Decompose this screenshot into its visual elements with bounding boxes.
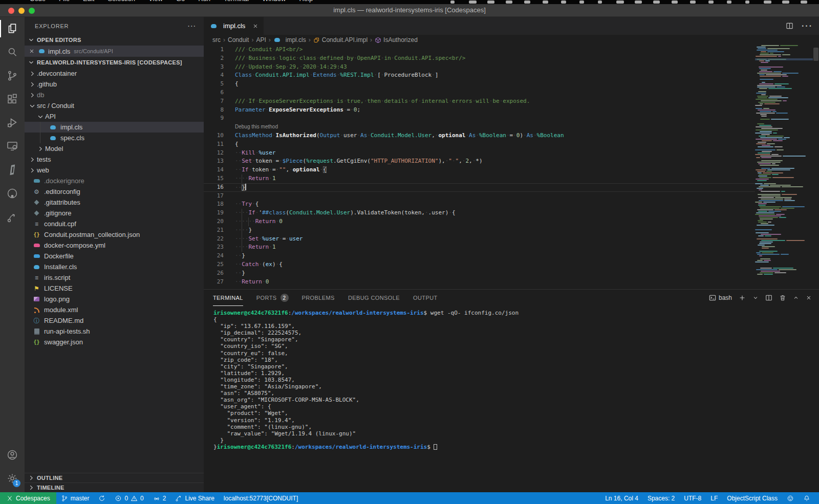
activity-source-control[interactable] <box>0 64 25 87</box>
status-branch[interactable]: master <box>56 492 94 504</box>
status-notifications[interactable] <box>799 492 815 504</box>
tree-item--dockerignore[interactable]: .dockerignore <box>25 176 204 186</box>
tree-item--gitattributes[interactable]: .gitattributes <box>25 197 204 208</box>
tree-item-conduit-postman-collection-json[interactable]: {}Conduit.postman_collection.json <box>25 229 204 240</box>
editor-more-actions-icon[interactable]: ··· <box>802 21 813 31</box>
status-ports[interactable]: 2 <box>148 492 171 504</box>
open-editor-item[interactable]: impl.cls src/Conduit/API <box>25 46 204 57</box>
status-sync[interactable] <box>94 492 110 504</box>
split-editor-icon[interactable] <box>786 22 793 30</box>
tree-item-src-conduit[interactable]: src / Conduit <box>25 100 204 111</box>
breadcrumb-isauthorized[interactable]: IsAuthorized <box>375 36 418 43</box>
panel-tab-terminal[interactable]: TERMINAL <box>213 290 243 306</box>
open-editors-section-header[interactable]: OPEN EDITORS <box>25 34 204 46</box>
menu-item-file[interactable]: File <box>59 0 70 4</box>
minimap[interactable] <box>755 45 813 289</box>
panel-tab-output[interactable]: OUTPUT <box>413 290 438 306</box>
minimap-line <box>755 246 813 247</box>
status-problems[interactable]: 00 <box>110 492 148 504</box>
code-editor[interactable]: 1///·Conduit·API<br/>2///·Business·logic… <box>204 45 819 289</box>
activity-run-and-debug[interactable] <box>0 111 25 135</box>
minimap-line <box>755 228 813 229</box>
menu-item-window[interactable]: Window <box>262 0 286 4</box>
menu-item-code[interactable]: Code <box>30 0 46 4</box>
tree-item-model[interactable]: Model <box>25 143 204 154</box>
activity-settings[interactable]: 1 <box>0 467 25 490</box>
status-host[interactable]: localhost:52773[CONDUIT] <box>219 492 303 504</box>
new-terminal-icon[interactable] <box>739 294 746 301</box>
activity-live-share[interactable] <box>0 205 25 229</box>
tree-item-docker-compose-yml[interactable]: docker-compose.yml <box>25 240 204 251</box>
breadcrumb-impl-cls[interactable]: impl.cls <box>273 36 306 43</box>
kill-terminal-icon[interactable] <box>779 294 786 301</box>
tree-item--gitignore[interactable]: .gitignore <box>25 208 204 218</box>
breadcrumb-api[interactable]: API <box>256 36 266 43</box>
activity-explorer[interactable] <box>0 17 25 40</box>
shell-selector[interactable]: bash <box>709 294 732 301</box>
activity-github[interactable] <box>0 182 25 205</box>
activity-intersystems[interactable] <box>0 158 25 182</box>
menu-item-view[interactable]: View <box>148 0 163 4</box>
close-tab-icon[interactable] <box>252 23 258 29</box>
tree-item-tests[interactable]: tests <box>25 154 204 165</box>
breadcrumb-conduit[interactable]: Conduit <box>228 36 249 43</box>
status-cursor-position[interactable]: Ln 16, Col 4 <box>600 492 643 504</box>
tree-item-run-api-tests-sh[interactable]: run-api-tests.sh <box>25 326 204 337</box>
tree-item-db[interactable]: db <box>25 90 204 100</box>
status-live-share[interactable]: Live Share <box>170 492 219 504</box>
status-encoding[interactable]: UTF-8 <box>679 492 706 504</box>
menu-item-run[interactable]: Run <box>198 0 210 4</box>
tree-item-installer-cls[interactable]: Installer.cls <box>25 261 204 272</box>
activity-search[interactable] <box>0 40 25 64</box>
tree-item-readme-md[interactable]: ⓘREADME.md <box>25 315 204 326</box>
tree-item--github[interactable]: .github <box>25 79 204 90</box>
tree-item--devcontainer[interactable]: .devcontainer <box>25 68 204 79</box>
menu-item-selection[interactable]: Selection <box>107 0 135 4</box>
split-terminal-icon[interactable] <box>765 294 772 301</box>
status-eol[interactable]: LF <box>706 492 722 504</box>
panel-tab-debug-console[interactable]: DEBUG CONSOLE <box>348 290 400 306</box>
tree-item-impl-cls[interactable]: impl.cls <box>25 122 204 133</box>
breadcrumb-src[interactable]: src <box>212 36 221 43</box>
menu-item-go[interactable]: Go <box>176 0 185 4</box>
tree-item-api[interactable]: API <box>25 111 204 122</box>
tab-impl-cls[interactable]: impl.cls <box>204 17 264 35</box>
tree-item-module-xml[interactable]: module.xml <box>25 304 204 315</box>
tree-item-dockerfile[interactable]: Dockerfile <box>25 251 204 261</box>
activity-extensions[interactable] <box>0 87 25 111</box>
maximize-panel-icon[interactable] <box>793 295 799 301</box>
status-indentation[interactable]: Spaces: 2 <box>643 492 679 504</box>
panel-tab-problems[interactable]: PROBLEMS <box>302 290 335 306</box>
explorer-more-actions-icon[interactable]: ··· <box>188 23 197 29</box>
tree-item-spec-cls[interactable]: spec.cls <box>25 133 204 143</box>
tree-item-license[interactable]: ⚑LICENSE <box>25 283 204 294</box>
activity-remote-explorer[interactable] <box>0 135 25 158</box>
project-section-header[interactable]: REALWORLD-INTERSYSTEMS-IRIS [CODESPACES] <box>25 57 204 68</box>
activity-accounts[interactable] <box>0 443 25 467</box>
tree-item-swagger-json[interactable]: {}swagger.json <box>25 337 204 347</box>
close-editor-icon[interactable] <box>29 48 35 54</box>
menu-item-help[interactable]: Help <box>299 0 313 4</box>
line-number: 19 <box>204 209 228 217</box>
section-header-outline[interactable]: OUTLINE <box>25 473 204 483</box>
minimap-line <box>755 108 813 109</box>
tree-item-logo-png[interactable]: logo.png <box>25 294 204 304</box>
section-header-timeline[interactable]: TIMELINE <box>25 483 204 492</box>
tree-item-web[interactable]: web <box>25 165 204 176</box>
menu-item-edit[interactable]: Edit <box>83 0 94 4</box>
menu-item-terminal[interactable]: Terminal <box>224 0 249 4</box>
breadcrumb-conduit-api-impl[interactable]: Conduit.API.impl <box>313 36 368 43</box>
chevron-down-icon[interactable] <box>752 295 759 301</box>
close-panel-icon[interactable] <box>806 295 812 301</box>
terminal-output[interactable]: irisowner@c424c76321f6:/workspaces/realw… <box>204 306 819 492</box>
codelens-debug-this-method[interactable]: Debug this method <box>204 123 755 132</box>
status-codespaces-indicator[interactable]: Codespaces <box>0 492 56 504</box>
tree-item-iris-script[interactable]: ≡iris.script <box>25 272 204 283</box>
tree-item-conduit-cpf[interactable]: ≡conduit.cpf <box>25 218 204 229</box>
tree-item-label: tests <box>37 156 51 163</box>
tree-item--editorconfig[interactable]: ⚙.editorconfig <box>25 186 204 197</box>
editor-scrollbar-thumb[interactable] <box>813 48 818 61</box>
panel-tab-ports[interactable]: PORTS2 <box>256 290 289 306</box>
status-language-mode[interactable]: ObjectScript Class <box>722 492 782 504</box>
status-feedback[interactable] <box>782 492 799 504</box>
